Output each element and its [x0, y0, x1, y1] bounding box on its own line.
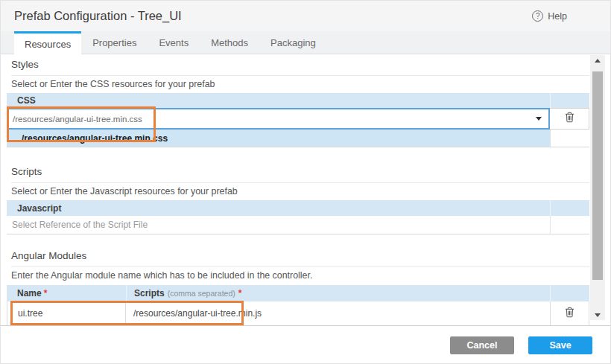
module-actions-column-header	[550, 285, 589, 301]
prefab-configuration-dialog: Prefab Configuration - Tree_UI ? Help Re…	[0, 0, 611, 364]
javascript-actions-column-header	[550, 200, 589, 216]
name-column-header: Name *	[7, 285, 126, 301]
cancel-button[interactable]: Cancel	[450, 336, 514, 354]
javascript-resource-input[interactable]: Select Reference of the Script File	[7, 216, 550, 234]
javascript-row-side-spacer	[550, 216, 589, 234]
javascript-column-header: Javascript	[7, 200, 550, 216]
save-button[interactable]: Save	[528, 336, 592, 354]
scripts-section-heading: Scripts	[11, 166, 589, 183]
scripts-column-header: Scripts (comma separated) *	[126, 285, 550, 301]
tab-bar: Resources Properties Events Methods Pack…	[1, 31, 610, 54]
help-button[interactable]: ? Help	[532, 10, 567, 22]
scripts-required-marker: *	[238, 288, 242, 298]
dialog-footer: Cancel Save	[1, 326, 610, 364]
vertical-scrollbar[interactable]	[590, 55, 605, 320]
tab-methods[interactable]: Methods	[200, 31, 259, 54]
scripts-column-label: Scripts	[134, 288, 165, 298]
javascript-resource-row: Select Reference of the Script File	[7, 216, 589, 234]
angular-modules-header-row: Name * Scripts (comma separated) *	[7, 285, 589, 301]
triangle-up-icon	[595, 59, 601, 63]
css-resource-value: /resources/angular-ui-tree.min.css	[13, 115, 142, 124]
css-dropdown-list: /resources/angular-ui-tree.min.css	[7, 130, 589, 147]
angular-modules-section-description: Enter the Angular module name which has …	[11, 270, 312, 281]
module-delete-button[interactable]	[551, 301, 589, 325]
page-title: Prefab Configuration - Tree_UI	[14, 9, 182, 23]
css-table-header-row: CSS	[7, 93, 589, 108]
module-scripts-cell[interactable]: /resources/angular-ui-tree.min.js	[126, 301, 551, 325]
styles-section-description: Select or Enter the CSS resources for yo…	[11, 79, 215, 89]
javascript-table-header-row: Javascript	[7, 200, 589, 216]
css-resource-combobox[interactable]: /resources/angular-ui-tree.min.css	[7, 108, 550, 130]
angular-modules-table: Name * Scripts (comma separated) * ui.tr…	[7, 285, 589, 325]
triangle-down-icon	[595, 313, 601, 317]
scrollbar-thumb[interactable]	[592, 71, 603, 280]
css-resource-row: /resources/angular-ui-tree.min.css	[7, 108, 589, 130]
tab-resources[interactable]: Resources	[14, 31, 81, 54]
css-dropdown-side-spacer	[550, 130, 589, 147]
angular-modules-section-heading: Angular Modules	[11, 250, 589, 267]
scripts-section-description: Select or Enter the Javascript resources…	[11, 186, 238, 197]
name-column-label: Name	[17, 288, 42, 298]
styles-section-heading: Styles	[11, 59, 589, 76]
javascript-resources-table: Javascript Select Reference of the Scrip…	[7, 200, 589, 234]
name-required-marker: *	[44, 288, 48, 298]
scripts-column-hint: (comma separated)	[168, 289, 235, 298]
resources-tab-content: Styles Select or Enter the CSS resources…	[1, 54, 610, 326]
chevron-down-icon[interactable]	[536, 117, 542, 121]
angular-module-row: ui.tree /resources/angular-ui-tree.min.j…	[7, 301, 589, 325]
tab-packaging[interactable]: Packaging	[259, 31, 327, 54]
scroll-up-button[interactable]	[590, 55, 605, 66]
module-name-cell[interactable]: ui.tree	[7, 301, 126, 325]
tab-properties[interactable]: Properties	[81, 31, 148, 54]
css-resource-delete-button[interactable]	[550, 108, 589, 130]
css-column-header: CSS	[7, 93, 550, 108]
css-actions-column-header	[550, 93, 589, 108]
scroll-down-button[interactable]	[590, 310, 605, 320]
dialog-header: Prefab Configuration - Tree_UI ? Help	[1, 1, 610, 31]
tab-events[interactable]: Events	[148, 31, 200, 54]
css-resources-table: CSS /resources/angular-ui-tree.min.css /…	[7, 93, 589, 147]
css-dropdown-option[interactable]: /resources/angular-ui-tree.min.css	[7, 130, 550, 147]
help-label: Help	[548, 11, 567, 22]
trash-icon	[565, 112, 574, 126]
trash-icon	[565, 307, 574, 321]
help-icon: ?	[532, 10, 543, 22]
